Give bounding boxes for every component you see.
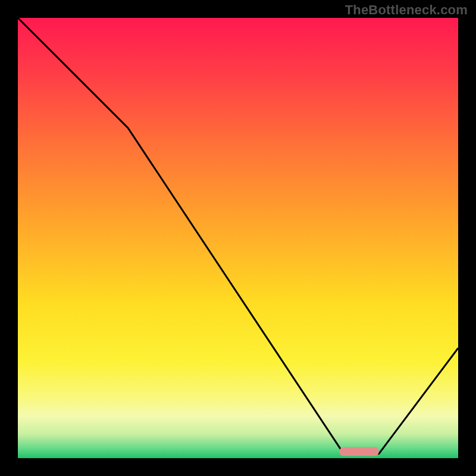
chart-frame: TheBottleneck.com [0,0,476,476]
bottleneck-chart [0,0,476,476]
optimal-range-marker [339,447,379,456]
